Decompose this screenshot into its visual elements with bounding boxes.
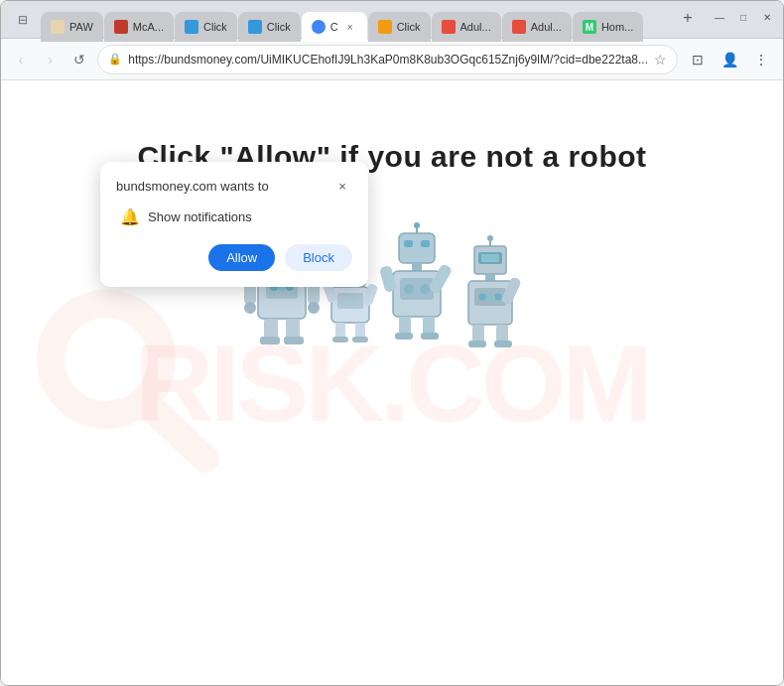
forward-button[interactable]: › bbox=[39, 46, 63, 73]
svg-point-57 bbox=[487, 235, 493, 241]
tab-adult2-label: Adul... bbox=[531, 21, 562, 33]
svg-rect-37 bbox=[399, 233, 435, 263]
bookmark-icon[interactable]: ☆ bbox=[654, 52, 667, 68]
svg-rect-58 bbox=[485, 274, 495, 281]
tab-adult2-favicon bbox=[512, 20, 526, 34]
svg-rect-16 bbox=[260, 337, 280, 344]
svg-rect-33 bbox=[332, 337, 348, 343]
tab-adult1[interactable]: Adul... bbox=[432, 12, 501, 42]
svg-point-46 bbox=[420, 284, 430, 294]
notification-popup: bundsmoney.com wants to × 🔔 Show notific… bbox=[100, 162, 368, 287]
tab-bar: PAW McA... Click Click C × bbox=[41, 1, 672, 38]
popup-permission: 🔔 Show notifications bbox=[116, 207, 352, 226]
tab-adult1-favicon bbox=[442, 20, 456, 34]
allow-button[interactable]: Allow bbox=[208, 244, 275, 271]
popup-header: bundsmoney.com wants to × bbox=[116, 176, 352, 196]
address-bar: ‹ › ↺ 🔒 https://bundsmoney.com/UiMIKUCEh… bbox=[1, 39, 783, 80]
svg-rect-49 bbox=[395, 333, 413, 340]
tab-click3-favicon bbox=[378, 20, 392, 34]
window-controls: — □ ✕ bbox=[712, 10, 775, 26]
bell-icon: 🔔 bbox=[120, 207, 140, 226]
tab-click2[interactable]: Click bbox=[238, 12, 301, 42]
svg-rect-55 bbox=[481, 254, 499, 262]
tab-click1[interactable]: Click bbox=[175, 12, 237, 42]
tab-click1-label: Click bbox=[203, 21, 227, 33]
more-menu-icon[interactable]: ⋮ bbox=[747, 46, 775, 73]
svg-rect-39 bbox=[421, 240, 430, 247]
tab-groups-icon[interactable]: ⊡ bbox=[684, 46, 712, 73]
tab-mc-label: McA... bbox=[133, 21, 164, 33]
url-text: https://bundsmoney.com/UiMIKUCEhofIJ9Lh3… bbox=[128, 53, 648, 67]
tab-mcafee[interactable]: McA... bbox=[104, 12, 174, 42]
minimize-button[interactable]: — bbox=[712, 10, 727, 26]
tab-paw-favicon bbox=[51, 20, 65, 34]
tab-paw[interactable]: PAW bbox=[41, 12, 103, 42]
tab-active-favicon bbox=[312, 20, 326, 34]
tab-adult1-label: Adul... bbox=[460, 21, 491, 33]
popup-close-button[interactable]: × bbox=[332, 176, 352, 196]
tab-mc-favicon bbox=[114, 20, 128, 34]
svg-point-21 bbox=[308, 302, 320, 314]
permission-text: Show notifications bbox=[148, 209, 252, 224]
svg-point-62 bbox=[487, 294, 494, 301]
svg-rect-15 bbox=[286, 319, 300, 339]
svg-rect-48 bbox=[423, 317, 435, 335]
tab-click2-label: Click bbox=[267, 21, 291, 33]
tab-home-favicon: M bbox=[583, 20, 596, 34]
svg-point-63 bbox=[495, 294, 502, 301]
reload-button[interactable]: ↺ bbox=[68, 46, 92, 73]
svg-rect-38 bbox=[404, 240, 413, 247]
svg-rect-42 bbox=[412, 263, 422, 271]
tab-active[interactable]: C × bbox=[302, 12, 367, 42]
svg-rect-47 bbox=[399, 317, 411, 335]
maximize-button[interactable]: □ bbox=[735, 10, 751, 26]
tab-active-label: C bbox=[330, 21, 338, 33]
svg-rect-65 bbox=[496, 325, 508, 343]
svg-line-1 bbox=[146, 403, 205, 459]
svg-point-20 bbox=[244, 302, 256, 314]
svg-rect-17 bbox=[284, 337, 304, 344]
tab-click2-favicon bbox=[248, 20, 262, 34]
new-tab-button[interactable]: + bbox=[676, 6, 700, 30]
tab-home-label: Hom... bbox=[601, 21, 633, 33]
svg-rect-64 bbox=[472, 325, 484, 343]
lock-icon: 🔒 bbox=[108, 53, 122, 66]
svg-rect-66 bbox=[468, 341, 486, 347]
title-bar: ⊟ PAW McA... Click Click bbox=[1, 1, 783, 39]
page-content: RISK.COM bundsmoney.com wants to × 🔔 Sho… bbox=[1, 80, 783, 685]
popup-title: bundsmoney.com wants to bbox=[116, 179, 269, 194]
tab-paw-label: PAW bbox=[69, 21, 93, 33]
browser-window: ⊟ PAW McA... Click Click bbox=[0, 0, 784, 686]
tab-home[interactable]: M Hom... bbox=[573, 12, 643, 42]
tab-click3-label: Click bbox=[397, 21, 421, 33]
svg-point-61 bbox=[479, 294, 486, 301]
svg-rect-31 bbox=[335, 323, 345, 339]
tab-click3[interactable]: Click bbox=[368, 12, 431, 42]
close-button[interactable]: ✕ bbox=[759, 10, 775, 26]
tab-active-close[interactable]: × bbox=[343, 20, 357, 34]
tab-adult2[interactable]: Adul... bbox=[502, 12, 572, 42]
url-bar[interactable]: 🔒 https://bundsmoney.com/UiMIKUCEhofIJ9L… bbox=[97, 45, 678, 74]
profile-icon[interactable]: 👤 bbox=[716, 46, 743, 73]
svg-rect-67 bbox=[494, 341, 512, 347]
svg-rect-34 bbox=[352, 337, 368, 343]
svg-rect-14 bbox=[264, 319, 278, 339]
svg-point-41 bbox=[414, 222, 420, 228]
toolbar-icons: ⊡ 👤 ⋮ bbox=[684, 46, 775, 73]
popup-buttons: Allow Block bbox=[116, 244, 352, 271]
svg-rect-30 bbox=[337, 293, 363, 309]
svg-rect-32 bbox=[355, 323, 365, 339]
back-button[interactable]: ‹ bbox=[9, 46, 33, 73]
tab-click1-favicon bbox=[185, 20, 198, 34]
block-button[interactable]: Block bbox=[285, 244, 352, 271]
svg-rect-50 bbox=[421, 333, 439, 340]
chrome-menu-button[interactable]: ⊟ bbox=[9, 6, 37, 34]
svg-point-45 bbox=[404, 284, 414, 294]
